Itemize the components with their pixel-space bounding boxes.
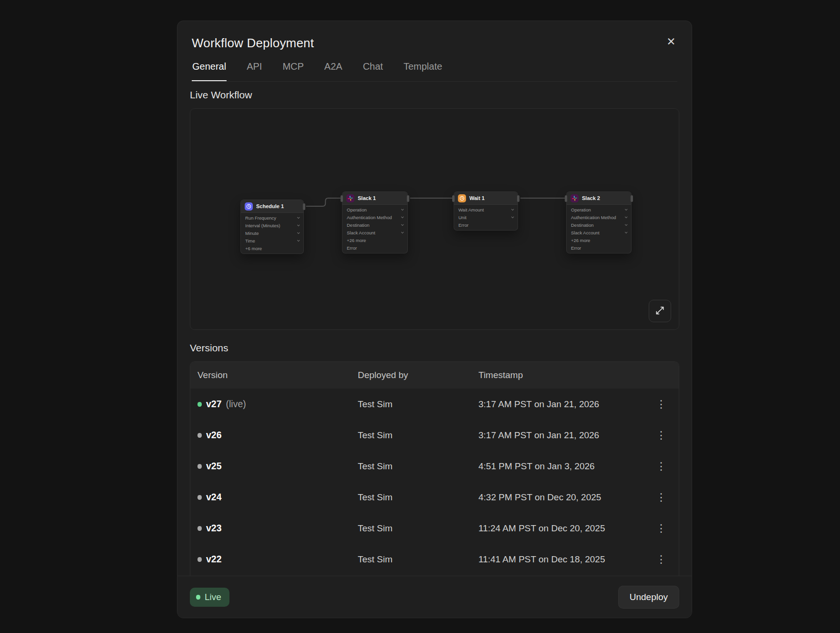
chevron-down-icon — [401, 231, 404, 233]
node-title: Slack 1 — [358, 195, 376, 201]
chevron-down-icon — [297, 239, 300, 242]
tab-a2a[interactable]: A2A — [324, 61, 343, 81]
left-port-handle — [565, 195, 567, 202]
tab-api[interactable]: API — [246, 61, 262, 81]
live-status-dot-icon — [196, 595, 200, 600]
workflow-node-schedule-1[interactable]: Schedule 1Run FrequencyInterval (Minutes… — [240, 200, 304, 254]
close-icon: ✕ — [666, 35, 675, 48]
chevron-down-icon — [511, 208, 514, 211]
version-label: v26 — [206, 430, 358, 441]
version-label: v27(live) — [206, 399, 358, 410]
versions-table-header: Version Deployed by Timestamp — [190, 362, 679, 389]
deployed-by-cell: Test Sim — [358, 399, 478, 410]
node-field: Operation — [567, 206, 631, 213]
node-field: Wait Amount — [454, 206, 518, 213]
node-field-label: Interval (Minutes) — [245, 223, 280, 228]
timestamp-cell: 4:51 PM PST on Jan 3, 2026 — [478, 461, 651, 472]
timer-icon — [458, 194, 466, 202]
modal-footer: Live Undeploy — [177, 576, 692, 618]
chevron-down-icon — [297, 223, 300, 226]
expand-icon — [655, 306, 665, 317]
node-field: Destination — [567, 221, 631, 229]
row-menu-kebab-icon[interactable]: ⋮ — [651, 396, 672, 412]
versions-heading: Versions — [190, 342, 679, 354]
workflow-deployment-modal: Workflow Deployment ✕ GeneralAPIMCPA2ACh… — [177, 21, 692, 618]
workflow-node-slack-1[interactable]: Slack 1OperationAuthentication MethodDes… — [342, 191, 408, 253]
tab-template[interactable]: Template — [403, 61, 443, 81]
row-menu-kebab-icon[interactable]: ⋮ — [651, 489, 672, 506]
node-field: +26 more — [567, 236, 631, 244]
node-title: Schedule 1 — [256, 203, 284, 209]
chevron-down-icon — [401, 223, 404, 226]
node-field-label: Authentication Method — [347, 215, 392, 220]
node-field: Error — [454, 221, 518, 229]
node-field-label: Destination — [347, 222, 370, 228]
chevron-down-icon — [297, 216, 300, 219]
row-menu-kebab-icon[interactable]: ⋮ — [651, 427, 672, 443]
tab-general[interactable]: General — [192, 61, 227, 81]
undeploy-button[interactable]: Undeploy — [618, 586, 679, 609]
versions-table: Version Deployed by Timestamp v27(live)T… — [190, 361, 679, 576]
close-button[interactable]: ✕ — [663, 33, 679, 50]
version-row-v23: v23Test Sim11:24 AM PST on Dec 20, 2025⋮ — [190, 513, 679, 544]
workflow-edge — [306, 198, 340, 206]
version-label: v24 — [206, 492, 358, 503]
live-workflow-heading: Live Workflow — [190, 89, 679, 101]
node-field-label: Unit — [458, 215, 467, 220]
chevron-down-icon — [625, 223, 628, 226]
version-dot-icon — [197, 495, 202, 500]
versions-table-body: v27(live)Test Sim3:17 AM PST on Jan 21, … — [190, 389, 679, 575]
node-header: Schedule 1 — [241, 200, 303, 213]
tab-bar: GeneralAPIMCPA2AChatTemplate — [192, 61, 677, 82]
deployed-by-cell: Test Sim — [358, 492, 478, 503]
node-field-label: Error — [571, 245, 581, 251]
version-row-v27: v27(live)Test Sim3:17 AM PST on Jan 21, … — [190, 389, 679, 420]
version-label: v25 — [206, 461, 358, 472]
left-port-handle — [341, 195, 343, 202]
node-field: Run Frequency — [241, 214, 303, 222]
node-field-label: Operation — [571, 207, 591, 212]
tab-chat[interactable]: Chat — [363, 61, 384, 81]
expand-button[interactable] — [649, 300, 671, 322]
node-field-label: Destination — [571, 222, 594, 228]
workflow-node-wait-1[interactable]: Wait 1Wait AmountUnitError — [454, 191, 518, 231]
node-field-label: +26 more — [571, 238, 590, 243]
deployed-by-cell: Test Sim — [358, 430, 478, 441]
node-field: Authentication Method — [567, 213, 631, 221]
version-dot-icon — [197, 526, 202, 531]
workflow-node-slack-2[interactable]: Slack 2OperationAuthentication MethodDes… — [566, 191, 632, 253]
node-field-label: Error — [458, 222, 468, 228]
node-field-label: Error — [347, 245, 357, 251]
right-port-handle — [407, 195, 409, 202]
version-row-v26: v26Test Sim3:17 AM PST on Jan 21, 2026⋮ — [190, 420, 679, 451]
node-field: +26 more — [342, 236, 407, 244]
node-field: Error — [342, 244, 407, 252]
node-field-label: Time — [245, 238, 255, 243]
node-field-label: Operation — [347, 207, 367, 212]
node-title: Slack 2 — [582, 195, 600, 201]
node-body: OperationAuthentication MethodDestinatio… — [342, 205, 407, 253]
node-field-label: +26 more — [347, 238, 366, 243]
chevron-down-icon — [511, 215, 514, 218]
column-header-deployed-by: Deployed by — [358, 370, 478, 380]
node-field-label: Slack Account — [347, 230, 375, 235]
version-row-v24: v24Test Sim4:32 PM PST on Dec 20, 2025⋮ — [190, 482, 679, 513]
node-field: Slack Account — [342, 229, 407, 236]
chevron-down-icon — [625, 208, 628, 211]
slack-icon — [346, 194, 354, 202]
timestamp-cell: 4:32 PM PST on Dec 20, 2025 — [478, 492, 651, 503]
node-title: Wait 1 — [469, 195, 485, 201]
node-field: Operation — [342, 206, 407, 213]
workflow-canvas[interactable]: Schedule 1Run FrequencyInterval (Minutes… — [190, 108, 679, 330]
modal-header: Workflow Deployment ✕ GeneralAPIMCPA2ACh… — [177, 21, 692, 82]
column-header-timestamp: Timestamp — [478, 370, 651, 380]
right-port-handle — [517, 195, 519, 202]
clock-icon — [245, 202, 253, 211]
row-menu-kebab-icon[interactable]: ⋮ — [651, 551, 672, 568]
tab-mcp[interactable]: MCP — [282, 61, 304, 81]
modal-content: Live Workflow Schedule 1Run FrequencyInt… — [177, 82, 692, 576]
row-menu-kebab-icon[interactable]: ⋮ — [651, 458, 672, 475]
row-menu-kebab-icon[interactable]: ⋮ — [651, 520, 672, 537]
version-label: v23 — [206, 523, 358, 534]
live-suffix: (live) — [226, 399, 246, 409]
